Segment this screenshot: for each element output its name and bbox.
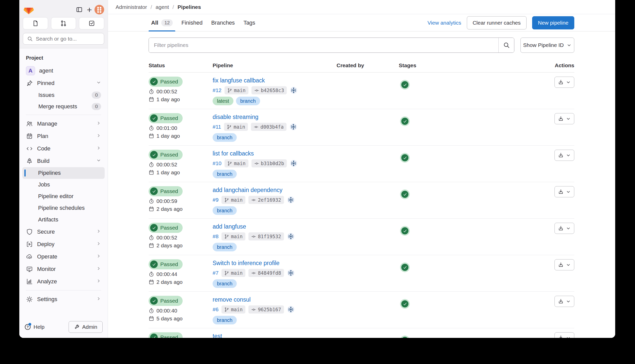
download-artifacts-button[interactable] xyxy=(554,113,574,124)
status-badge[interactable]: Passed xyxy=(149,332,183,338)
pipeline-title-link[interactable]: add langchain dependency xyxy=(213,187,282,194)
download-artifacts-button[interactable] xyxy=(554,296,574,307)
commit-author-avatar[interactable] xyxy=(290,123,297,131)
commit-sha-pill[interactable]: 84849fd8 xyxy=(248,269,284,277)
commit-author-avatar[interactable] xyxy=(290,86,297,94)
pipeline-title-link[interactable]: Switch to inference profile xyxy=(213,260,279,267)
sidebar-subitem[interactable]: Jobs xyxy=(22,179,105,190)
sidebar-pinned-item[interactable]: Issues 0 xyxy=(22,89,105,101)
sidebar-item-deploy[interactable]: Deploy xyxy=(22,238,105,250)
stage-passed-icon[interactable] xyxy=(401,300,408,307)
sidebar-item-build[interactable]: Build xyxy=(22,155,105,167)
pipeline-title-link[interactable]: fix langfuse callback xyxy=(213,77,265,84)
pipeline-label[interactable]: branch xyxy=(236,97,260,105)
pipeline-title-link[interactable]: remove consul xyxy=(213,296,251,303)
pipeline-label[interactable]: branch xyxy=(213,206,237,215)
commit-author-avatar[interactable] xyxy=(287,233,295,240)
stage-passed-icon[interactable] xyxy=(401,81,408,88)
stage-passed-icon[interactable] xyxy=(401,154,408,161)
pipeline-label[interactable]: branch xyxy=(213,170,237,178)
breadcrumb-administrator[interactable]: Administrator xyxy=(116,4,147,10)
view-analytics-link[interactable]: View analytics xyxy=(427,20,461,26)
sidebar-item-project-agent[interactable]: A agent xyxy=(22,64,105,77)
branch-ref-pill[interactable]: main xyxy=(221,232,245,240)
new-pipeline-button[interactable]: New pipeline xyxy=(532,16,574,29)
commit-author-avatar[interactable] xyxy=(287,306,295,313)
sidebar-subitem[interactable]: Artifacts xyxy=(22,214,105,226)
download-artifacts-button[interactable] xyxy=(554,77,574,88)
pipeline-label[interactable]: branch xyxy=(213,316,237,324)
pipeline-title-link[interactable]: disable streaming xyxy=(213,114,258,120)
issues-shortcut-button[interactable] xyxy=(23,17,48,29)
pipelines-tab[interactable]: All 12 xyxy=(149,14,175,31)
pipeline-title-link[interactable]: add langfuse xyxy=(213,223,246,230)
search-input[interactable]: Search or go to... xyxy=(23,33,104,45)
sidebar-item-manage[interactable]: Manage xyxy=(22,117,105,130)
sidebar-item-settings[interactable]: Settings xyxy=(22,293,105,305)
commit-sha-pill[interactable]: 2ef16932 xyxy=(248,196,284,204)
pipeline-id-link[interactable]: #12 xyxy=(213,87,221,93)
status-badge[interactable]: Passed xyxy=(149,223,183,233)
stage-passed-icon[interactable] xyxy=(401,191,408,198)
branch-ref-pill[interactable]: main xyxy=(224,123,248,131)
sidebar-item-operate[interactable]: Operate xyxy=(22,250,105,263)
status-badge[interactable]: Passed xyxy=(149,186,183,196)
pipeline-id-link[interactable]: #11 xyxy=(213,124,221,130)
download-artifacts-button[interactable] xyxy=(554,223,574,234)
sidebar-subitem[interactable]: Pipeline editor xyxy=(22,190,105,202)
pipeline-label[interactable]: latest xyxy=(213,97,233,105)
commit-author-avatar[interactable] xyxy=(287,196,295,204)
user-avatar[interactable] xyxy=(94,5,104,14)
branch-ref-pill[interactable]: main xyxy=(225,159,248,167)
pipeline-label[interactable]: branch xyxy=(213,133,237,142)
sidebar-pinned-item[interactable]: Merge requests 0 xyxy=(22,101,105,112)
sidebar-item-monitor[interactable]: Monitor xyxy=(22,263,105,275)
commit-sha-pill[interactable]: 81f19532 xyxy=(248,232,284,240)
breadcrumb-agent[interactable]: agent xyxy=(156,4,169,10)
status-badge[interactable]: Passed xyxy=(149,296,183,306)
stage-passed-icon[interactable] xyxy=(401,264,408,271)
stage-passed-icon[interactable] xyxy=(401,337,408,338)
stage-passed-icon[interactable] xyxy=(401,227,408,234)
commit-sha-pill[interactable]: b42658c3 xyxy=(251,86,287,94)
stage-passed-icon[interactable] xyxy=(401,118,408,125)
merge-requests-shortcut-button[interactable] xyxy=(51,17,76,29)
pipeline-id-link[interactable]: #10 xyxy=(213,160,221,166)
download-artifacts-button[interactable] xyxy=(554,259,574,270)
branch-ref-pill[interactable]: main xyxy=(221,196,245,204)
commit-sha-pill[interactable]: 9625b167 xyxy=(248,305,284,314)
gitlab-logo[interactable] xyxy=(23,4,35,15)
filter-pipelines-input[interactable] xyxy=(149,38,498,53)
sidebar-item-plan[interactable]: Plan xyxy=(22,130,105,142)
sidebar-item-analyze[interactable]: Analyze xyxy=(22,275,105,288)
pipelines-tab[interactable]: Tags xyxy=(241,14,258,31)
branch-ref-pill[interactable]: main xyxy=(221,269,245,277)
branch-ref-pill[interactable]: main xyxy=(225,86,248,94)
sidebar-item-pinned[interactable]: Pinned xyxy=(22,77,105,89)
sidebar-subitem[interactable]: Pipeline schedules xyxy=(22,202,105,214)
clear-runner-caches-button[interactable]: Clear runner caches xyxy=(467,16,527,29)
download-artifacts-button[interactable] xyxy=(554,332,574,338)
status-badge[interactable]: Passed xyxy=(149,113,183,123)
branch-ref-pill[interactable]: main xyxy=(221,305,245,314)
commit-sha-pill[interactable]: b31b0d2b xyxy=(251,159,287,167)
help-menu[interactable]: ? Help xyxy=(24,324,44,330)
pipeline-id-link[interactable]: #7 xyxy=(213,270,218,276)
pipeline-title-link[interactable]: test xyxy=(213,333,222,338)
sidebar-toggle-icon[interactable] xyxy=(74,5,84,15)
filter-search-button[interactable] xyxy=(498,38,514,53)
pipeline-id-link[interactable]: #9 xyxy=(213,197,218,203)
status-badge[interactable]: Passed xyxy=(149,150,183,160)
todos-shortcut-button[interactable] xyxy=(79,17,104,29)
status-badge[interactable]: Passed xyxy=(149,77,183,87)
create-new-icon[interactable]: + xyxy=(84,5,94,15)
pipeline-title-link[interactable]: list for callbacks xyxy=(213,150,254,157)
commit-author-avatar[interactable] xyxy=(287,269,295,277)
sidebar-item-secure[interactable]: Secure xyxy=(22,226,105,238)
commit-sha-pill[interactable]: d003b4fa xyxy=(251,123,287,131)
status-badge[interactable]: Passed xyxy=(149,259,183,269)
commit-author-avatar[interactable] xyxy=(290,160,297,167)
pipeline-label[interactable]: branch xyxy=(213,279,237,288)
admin-button[interactable]: Admin xyxy=(69,321,103,333)
pipelines-tab[interactable]: Branches xyxy=(209,14,237,31)
